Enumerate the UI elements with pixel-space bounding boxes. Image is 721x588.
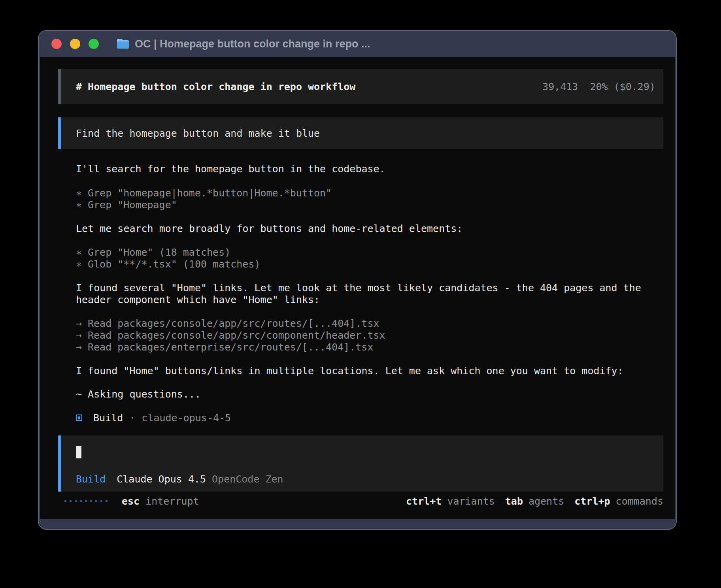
hint-key: tab xyxy=(505,496,523,507)
tool-call-text: Grep "homepage|home.*button|Home.*button… xyxy=(88,187,332,199)
arrow-right-icon: → xyxy=(76,318,88,329)
token-count: 39,413 xyxy=(542,81,578,92)
session-title: # Homepage button color change in repo w… xyxy=(76,81,355,92)
read-call: →Read packages/console/app/src/routes/[.… xyxy=(76,317,663,329)
separator-dot: · xyxy=(129,412,135,424)
tool-call-group: ∗Grep "Home" (18 matches) ∗Glob "**/*.ts… xyxy=(58,246,663,270)
minimize-button[interactable] xyxy=(70,39,80,49)
esc-label-text: interrupt xyxy=(145,496,199,507)
window-titlebar[interactable]: OC | Homepage button color change in rep… xyxy=(39,31,676,57)
esc-key: esc xyxy=(122,496,140,507)
tool-call-group: ∗Grep "homepage|home.*button|Home.*butto… xyxy=(58,187,663,211)
assistant-paragraph: I found several "Home" links. Let me loo… xyxy=(58,282,663,305)
context-cost: 20% ($0.29) xyxy=(590,81,655,92)
assistant-text: I found several "Home" links. Let me loo… xyxy=(76,282,663,294)
hint-key: ctrl+t xyxy=(406,496,442,507)
hint-variants: ctrl+t variants xyxy=(406,496,495,507)
tool-call: ∗Grep "homepage|home.*button|Home.*butto… xyxy=(76,187,663,199)
input-model[interactable]: Claude Opus 4.5 xyxy=(117,473,206,485)
read-call-text: Read packages/console/app/src/routes/[..… xyxy=(88,318,379,329)
window-title: OC | Homepage button color change in rep… xyxy=(135,38,370,50)
working-status: ~ Asking questions... xyxy=(76,388,663,400)
tool-call-text: Grep "Homepage" xyxy=(88,199,177,211)
read-call-group: →Read packages/console/app/src/routes/[.… xyxy=(58,317,663,353)
hint-label: agents xyxy=(528,496,564,507)
assistant-text: I'll search for the homepage button in t… xyxy=(76,163,663,175)
tool-call: ∗Grep "Homepage" xyxy=(76,199,663,211)
agent-model: claude-opus-4-5 xyxy=(142,412,231,424)
tool-bullet-icon: ∗ xyxy=(76,258,88,270)
assistant-text: I found "Home" buttons/links in multiple… xyxy=(76,365,663,377)
tool-bullet-icon: ∗ xyxy=(76,187,88,199)
agent-build-icon xyxy=(76,415,82,421)
agent-status-line: Build · claude-opus-4-5 xyxy=(76,412,663,424)
read-call: →Read packages/enterprise/src/routes/[..… xyxy=(76,341,663,353)
tool-call-text: Glob "**/*.tsx" (100 matches) xyxy=(88,258,260,270)
input-provider: OpenCode Zen xyxy=(212,473,283,485)
text-cursor[interactable] xyxy=(76,446,81,458)
session-stats: 39,413 20% ($0.29) xyxy=(542,81,655,92)
user-message: Find the homepage button and make it blu… xyxy=(58,117,663,149)
progress-dots xyxy=(64,500,108,502)
hint-label: variants xyxy=(447,496,495,507)
agent-name: Build xyxy=(93,412,123,424)
hint-key: ctrl+p xyxy=(574,496,610,507)
tool-call: ∗Grep "Home" (18 matches) xyxy=(76,246,663,258)
read-call-text: Read packages/console/app/src/component/… xyxy=(88,330,385,341)
close-button[interactable] xyxy=(51,39,62,49)
folder-icon xyxy=(116,38,130,49)
user-message-text: Find the homepage button and make it blu… xyxy=(76,127,655,139)
assistant-text: header component which have "Home" links… xyxy=(76,294,663,305)
terminal-content: # Homepage button color change in repo w… xyxy=(40,57,675,519)
esc-label xyxy=(140,496,145,507)
prompt-input[interactable]: Build Claude Opus 4.5 OpenCode Zen xyxy=(58,435,663,492)
tool-call-text: Grep "Home" (18 matches) xyxy=(88,247,230,258)
hint-label: commands xyxy=(616,496,663,507)
tool-bullet-icon: ∗ xyxy=(76,247,88,258)
session-header: # Homepage button color change in repo w… xyxy=(58,69,663,104)
tool-bullet-icon: ∗ xyxy=(76,199,88,211)
read-call: →Read packages/console/app/src/component… xyxy=(76,329,663,341)
hint-agents: tab agents xyxy=(505,496,564,507)
arrow-right-icon: → xyxy=(76,330,88,341)
assistant-text: Let me search more broadly for buttons a… xyxy=(76,222,663,234)
arrow-right-icon: → xyxy=(76,341,88,353)
input-mode[interactable]: Build xyxy=(76,473,106,485)
input-footer: Build Claude Opus 4.5 OpenCode Zen xyxy=(76,473,655,485)
tool-call: ∗Glob "**/*.tsx" (100 matches) xyxy=(76,258,663,270)
status-hints: ctrl+t variants tab agents ctrl+p comman… xyxy=(396,496,663,507)
hint-commands: ctrl+p commands xyxy=(574,496,663,507)
window-bottom-chrome xyxy=(39,519,676,529)
status-bar: esc interrupt ctrl+t variants tab agents… xyxy=(58,495,663,507)
terminal-window: OC | Homepage button color change in rep… xyxy=(38,30,677,530)
zoom-button[interactable] xyxy=(89,39,99,49)
read-call-text: Read packages/enterprise/src/routes/[...… xyxy=(88,341,373,353)
